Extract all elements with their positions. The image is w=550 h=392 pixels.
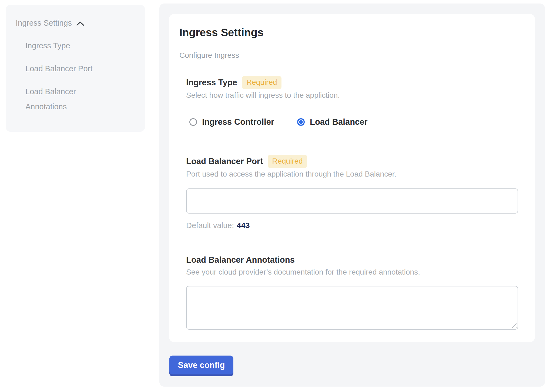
required-badge: Required xyxy=(242,76,281,89)
settings-sidebar: Ingress Settings Ingress Type Load Balan… xyxy=(6,5,145,132)
section-load-balancer-port: Load Balancer Port Required Port used to… xyxy=(186,155,518,230)
default-value: 443 xyxy=(237,221,250,230)
ingress-type-helper: Select how traffic will ingress to the a… xyxy=(186,91,518,100)
section-ingress-type: Ingress Type Required Select how traffic… xyxy=(186,76,518,127)
sidebar-item-ingress-type[interactable]: Ingress Type xyxy=(25,38,117,53)
sidebar-group-ingress-settings[interactable]: Ingress Settings xyxy=(6,5,145,28)
main-panel: Ingress Settings Configure Ingress Ingre… xyxy=(159,4,545,387)
default-value-row: Default value:443 xyxy=(186,221,518,230)
page-title: Ingress Settings xyxy=(179,26,518,39)
ingress-type-radio-group: Ingress Controller Load Balancer xyxy=(189,117,518,127)
sidebar-item-load-balancer-port[interactable]: Load Balancer Port xyxy=(25,61,117,76)
load-balancer-port-label: Load Balancer Port xyxy=(186,156,263,167)
ingress-type-label: Ingress Type xyxy=(186,77,237,89)
load-balancer-port-helper: Port used to access the application thro… xyxy=(186,170,518,179)
sidebar-item-load-balancer-annotations[interactable]: Load Balancer Annotations xyxy=(25,84,117,114)
load-balancer-annotations-helper: See your cloud provider’s documentation … xyxy=(186,268,518,277)
radio-label-load-balancer: Load Balancer xyxy=(310,117,368,127)
required-badge: Required xyxy=(268,155,307,168)
load-balancer-annotations-textarea[interactable] xyxy=(186,286,518,330)
sidebar-group-label: Ingress Settings xyxy=(16,18,72,28)
radio-load-balancer[interactable] xyxy=(297,118,305,126)
radio-ingress-controller[interactable] xyxy=(189,118,197,126)
section-load-balancer-annotations: Load Balancer Annotations See your cloud… xyxy=(186,254,518,330)
load-balancer-port-input[interactable] xyxy=(186,188,518,214)
ingress-settings-card: Ingress Settings Configure Ingress Ingre… xyxy=(169,14,535,342)
radio-label-ingress-controller: Ingress Controller xyxy=(202,117,274,127)
load-balancer-annotations-label: Load Balancer Annotations xyxy=(186,254,295,266)
radio-option-load-balancer[interactable]: Load Balancer xyxy=(297,117,368,127)
save-config-button[interactable]: Save config xyxy=(169,356,233,376)
annotations-textarea-wrap xyxy=(186,286,518,330)
radio-option-ingress-controller[interactable]: Ingress Controller xyxy=(189,117,274,127)
sidebar-item-list: Ingress Type Load Balancer Port Load Bal… xyxy=(6,38,145,114)
chevron-up-icon xyxy=(76,21,84,26)
default-value-label: Default value: xyxy=(186,221,234,230)
page-subtitle: Configure Ingress xyxy=(179,51,518,60)
